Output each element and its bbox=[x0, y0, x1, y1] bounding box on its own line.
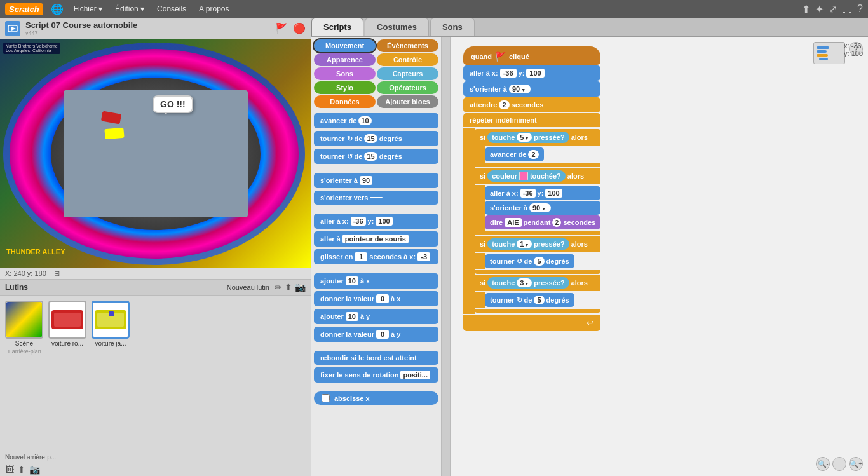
repeat-inner: si touche 5▼ pressée? alors avancer de 2 bbox=[475, 128, 600, 314]
globe-icon[interactable]: 🌐 bbox=[51, 3, 64, 15]
cat-mouvement[interactable]: Mouvement bbox=[314, 39, 376, 52]
repeat-arm-left bbox=[463, 128, 475, 314]
voiture-jaune-thumbnail bbox=[92, 301, 130, 339]
block-sorienter-vers[interactable]: s'orienter vers bbox=[314, 191, 438, 205]
scene-sub: 1 arrière-plan bbox=[7, 348, 41, 355]
fullscreen-icon[interactable]: ✦ bbox=[815, 3, 824, 15]
expand-icon[interactable]: ⊞ bbox=[54, 269, 60, 278]
scripts-area[interactable]: ? x: -36 y: 100 bbox=[451, 37, 868, 476]
cat-stylo[interactable]: Stylo bbox=[314, 81, 376, 94]
main-area: Script 07 Course automobile v447 🚩 🔴 bbox=[0, 18, 868, 476]
cat-ajouter-blocs[interactable]: Ajouter blocs bbox=[377, 95, 438, 108]
if2-footer bbox=[475, 231, 600, 235]
block-attendre[interactable]: attendre 2 secondes bbox=[463, 97, 600, 112]
sprites-area: Lutins Nouveau lutin ✏ ⬆ 📷 Scène 1 arriè… bbox=[0, 279, 311, 476]
upload-backdrop-icon[interactable]: ⬆ bbox=[18, 465, 25, 475]
block-fixer-sens[interactable]: fixer le sens de rotation positi... bbox=[314, 367, 438, 383]
if4-inner: tourner ↻ de 5 degrés bbox=[485, 292, 574, 308]
tab-scripts[interactable]: Scripts bbox=[311, 18, 363, 36]
block-if4-header[interactable]: si touche 3▼ pressée? alors bbox=[475, 275, 600, 291]
block-rebondir[interactable]: rebondir si le bord est atteint bbox=[314, 351, 438, 365]
voiture-rouge-thumbnail bbox=[48, 301, 86, 339]
blocks-palette: Mouvement Évènements Apparence Contrôle … bbox=[311, 37, 442, 476]
resize-icon[interactable]: ⤢ bbox=[829, 3, 837, 15]
block-ajouter-x[interactable]: ajouter 10 à x bbox=[314, 273, 438, 289]
if3-footer bbox=[475, 270, 600, 274]
block-tourner-gauche-5[interactable]: tourner ↺ de 5 degrés bbox=[485, 254, 574, 268]
block-if2-header[interactable]: si couleur touchée? alors bbox=[475, 168, 600, 184]
block-aller-xy[interactable]: aller à x: -36 y: 100 bbox=[314, 214, 438, 229]
zoom-reset-button[interactable]: = bbox=[832, 457, 846, 471]
block-aller-pointeur[interactable]: aller à pointeur de souris bbox=[314, 231, 438, 247]
block-abscisse-x[interactable]: abscisse x bbox=[314, 391, 438, 405]
paint-sprite-icon[interactable]: ✏ bbox=[275, 282, 282, 292]
cat-capteurs[interactable]: Capteurs bbox=[377, 67, 438, 80]
zoom-out-button[interactable]: 🔍- bbox=[816, 457, 830, 471]
block-dire-aie[interactable]: dire AIE pendant 2 secondes bbox=[485, 215, 600, 229]
block-donner-x[interactable]: donner la valeur 0 à x bbox=[314, 291, 438, 306]
scene-name: Scène bbox=[15, 340, 33, 347]
stage-background: GO !!! THUNDER ALLEY Yunta Brothers Velo… bbox=[0, 39, 311, 268]
scrollbar-divider[interactable] bbox=[442, 37, 451, 476]
block-orient-90[interactable]: s'orienter à 90▼ bbox=[463, 81, 600, 97]
block-avancer[interactable]: avancer de 10 bbox=[314, 113, 438, 128]
stop-button[interactable]: 🔴 bbox=[293, 22, 306, 34]
sprite-add-icons: ✏ ⬆ 📷 bbox=[275, 282, 306, 292]
apropos-menu[interactable]: A propos bbox=[196, 3, 231, 15]
tabs-bar: Scripts Costumes Sons bbox=[311, 18, 868, 37]
repeat-footer: ↩ bbox=[463, 315, 600, 331]
upload-icon[interactable]: ⬆ bbox=[802, 3, 810, 15]
categories: Mouvement Évènements Apparence Contrôle … bbox=[311, 37, 441, 111]
camera-sprite-icon[interactable]: 📷 bbox=[295, 282, 306, 292]
right-panel: Scripts Costumes Sons Mouvement Évènemen… bbox=[311, 18, 868, 476]
block-hat-flag[interactable]: quand 🚩 cliqué bbox=[463, 46, 600, 65]
green-flag-button[interactable]: 🚩 bbox=[275, 22, 288, 34]
block-glisser[interactable]: glisser en 1 secondes à x: -3 bbox=[314, 249, 438, 264]
upload-sprite-icon[interactable]: ⬆ bbox=[285, 282, 292, 292]
block-avancer-2[interactable]: avancer de 2 bbox=[485, 147, 544, 161]
cat-controle[interactable]: Contrôle bbox=[377, 53, 438, 66]
new-backdrop-label: Nouvel arrière-p... bbox=[5, 454, 56, 461]
block-if1-header[interactable]: si touche 5▼ pressée? alors bbox=[475, 129, 600, 146]
block-repeter-indef-header[interactable]: répéter indéfiniment bbox=[463, 113, 600, 127]
block-tourner-droite-5[interactable]: tourner ↻ de 5 degrés bbox=[485, 293, 574, 307]
block-goto-xy2[interactable]: aller à x: -36 y: 100 bbox=[485, 186, 600, 200]
scratch-logo: Scratch bbox=[5, 3, 43, 15]
cat-sons[interactable]: Sons bbox=[314, 67, 376, 80]
tab-costumes[interactable]: Costumes bbox=[365, 18, 429, 36]
conseils-menu[interactable]: Conseils bbox=[154, 3, 189, 15]
block-list: avancer de 10 tourner ↻ de 15 degrés tou… bbox=[311, 111, 441, 407]
block-tourner-gauche[interactable]: tourner ↺ de 15 degrés bbox=[314, 149, 438, 164]
block-ajouter-y[interactable]: ajouter 10 à y bbox=[314, 309, 438, 324]
if3-body-container: tourner ↺ de 5 degrés bbox=[475, 253, 600, 269]
sprite-item-voiture-jaune[interactable]: voiture ja... bbox=[92, 301, 130, 446]
block-donner-y[interactable]: donner la valeur 0 à y bbox=[314, 327, 438, 342]
camera-backdrop-icon[interactable]: 📷 bbox=[29, 465, 40, 475]
if3-inner: tourner ↺ de 5 degrés bbox=[485, 253, 574, 269]
paint-backdrop-icon[interactable]: 🖼 bbox=[5, 465, 14, 475]
block-if3-header[interactable]: si touche 1▼ pressée? alors bbox=[475, 236, 600, 252]
grid-icon[interactable]: ⛶ bbox=[842, 3, 852, 15]
block-orient-90-2[interactable]: s'orienter à 90▼ bbox=[485, 201, 600, 215]
edition-menu[interactable]: Édition ▾ bbox=[112, 3, 147, 15]
block-tourner-droite[interactable]: tourner ↻ de 15 degrés bbox=[314, 131, 438, 146]
stage-title: Script 07 Course automobile bbox=[25, 20, 137, 30]
cat-donnees[interactable]: Données bbox=[314, 95, 376, 108]
tab-sons[interactable]: Sons bbox=[430, 18, 475, 36]
sprite-item-scene[interactable]: Scène 1 arrière-plan bbox=[5, 301, 43, 446]
help-icon[interactable]: ? bbox=[857, 3, 863, 15]
backdrop-icons: 🖼 ⬆ 📷 bbox=[0, 463, 311, 476]
sprites-list: Scène 1 arrière-plan voiture ro... bbox=[0, 296, 311, 451]
sprites-header: Lutins Nouveau lutin ✏ ⬆ 📷 bbox=[0, 280, 311, 296]
cat-operateurs[interactable]: Opérateurs bbox=[377, 81, 438, 94]
nouveau-lutin-label: Nouveau lutin bbox=[227, 283, 269, 291]
fichier-menu[interactable]: Fichier ▾ bbox=[71, 3, 105, 15]
stage-coords-bar: X: 240 y: 180 ⊞ bbox=[0, 268, 311, 279]
block-goto-xy[interactable]: aller à x: -36 y: 100 bbox=[463, 65, 600, 81]
sprite-item-voiture-rouge[interactable]: voiture ro... bbox=[48, 301, 86, 446]
script-canvas: quand 🚩 cliqué aller à x: -36 y: 100 s'o… bbox=[451, 37, 868, 476]
cat-evenements[interactable]: Évènements bbox=[377, 39, 438, 52]
zoom-in-button[interactable]: 🔍+ bbox=[849, 457, 863, 471]
cat-apparence[interactable]: Apparence bbox=[314, 53, 376, 66]
block-sorienter-a[interactable]: s'orienter à 90 bbox=[314, 173, 438, 188]
